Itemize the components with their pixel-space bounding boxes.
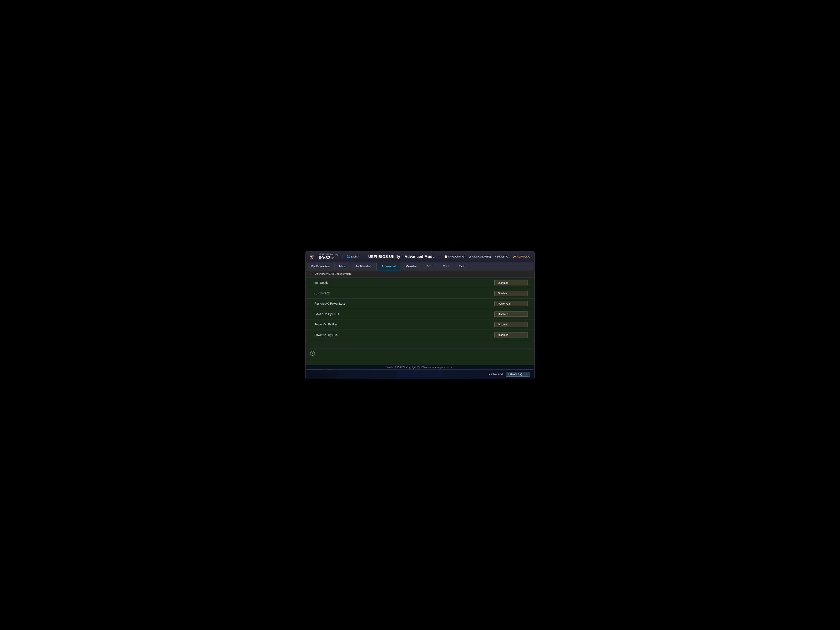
tab-my-favorites[interactable]: My Favorites	[306, 262, 335, 270]
qfan-button[interactable]: ♻ Qfan Control(F6)	[469, 255, 491, 258]
setting-row-restore-ac[interactable]: Restore AC Power Loss Power Off	[306, 298, 534, 309]
restore-ac-label: Restore AC Power Loss	[314, 302, 346, 305]
setting-row-erp-ready[interactable]: ErP Ready Disabled	[306, 278, 534, 288]
info-icon: i	[310, 351, 315, 355]
setting-row-power-rtc[interactable]: Power On By RTC Disabled	[306, 330, 534, 340]
power-ring-label: Power On By Ring	[314, 323, 338, 326]
tab-tool[interactable]: Tool	[438, 262, 454, 270]
aura-icon: ✨	[513, 255, 516, 258]
time-display: 09:33 ⚙	[319, 256, 334, 260]
breadcrumb-path: Advanced\APM Configuration	[315, 272, 351, 275]
bios-title: UEFI BIOS Utility – Advanced Mode	[363, 254, 440, 259]
breadcrumb: ← Advanced\APM Configuration	[306, 270, 534, 278]
settings-table: ErP Ready Disabled CEC Ready Disabled Re…	[306, 278, 534, 340]
bottom-right-area: Last Modified EzMode(F7) ⊣→	[488, 372, 530, 377]
setting-row-power-pcie[interactable]: Power On By PCI-E Disabled	[306, 309, 534, 319]
aura-button[interactable]: ✨ AURA ON/C	[513, 255, 531, 258]
cec-ready-label: CEC Ready	[314, 292, 330, 295]
back-button[interactable]: ←	[310, 272, 314, 276]
ez-mode-icon: ⊣→	[523, 373, 527, 376]
erp-ready-label: ErP Ready	[314, 281, 328, 284]
bios-screen: 🦅 12/31/2022 Saturday 09:33 ⚙ | 🌐 Englis…	[306, 251, 534, 379]
myfavorite-button[interactable]: 📋 MyFavorite(F3)	[444, 255, 465, 258]
aura-label: AURA ON/C	[517, 255, 531, 258]
search-icon: ?	[494, 255, 496, 258]
content-area: ErP Ready Disabled CEC Ready Disabled Re…	[306, 278, 534, 365]
version-text: Version 2.20.1271. Copyright (C) 2020 Am…	[306, 365, 534, 369]
language-button[interactable]: 🌐 English	[346, 255, 359, 258]
setting-row-cec-ready[interactable]: CEC Ready Disabled	[306, 288, 534, 298]
separator-1: |	[342, 255, 343, 259]
globe-icon: 🌐	[346, 255, 350, 258]
top-buttons-area: 📋 MyFavorite(F3) ♻ Qfan Control(F6) ? Se…	[444, 255, 531, 258]
power-rtc-label: Power On By RTC	[314, 333, 338, 336]
tab-exit[interactable]: Exit	[454, 262, 469, 270]
myfav-icon: 📋	[444, 255, 447, 258]
qfan-label: Qfan Control(F6)	[472, 255, 491, 258]
tab-main[interactable]: Main	[335, 262, 351, 270]
search-label: Search(F9)	[497, 255, 509, 258]
qfan-icon: ♻	[469, 255, 471, 258]
asus-logo-icon: 🦅	[309, 254, 315, 259]
power-rtc-value[interactable]: Disabled	[494, 332, 528, 338]
bottom-bar: Last Modified EzMode(F7) ⊣→	[306, 369, 534, 379]
cec-ready-value[interactable]: Disabled	[494, 291, 528, 296]
tab-boot[interactable]: Boot	[422, 262, 438, 270]
tab-advanced[interactable]: Advanced	[377, 262, 401, 270]
power-pcie-label: Power On By PCI-E	[314, 312, 340, 316]
ez-mode-label: EzMode(F7)	[508, 373, 522, 376]
tab-monitor[interactable]: Monitor	[401, 262, 422, 270]
power-ring-value[interactable]: Disabled	[494, 322, 528, 327]
last-modified-label: Last Modified	[488, 373, 503, 376]
power-pcie-value[interactable]: Disabled	[494, 311, 528, 317]
setting-row-power-ring[interactable]: Power On By Ring Disabled	[306, 319, 534, 330]
datetime-area: 12/31/2022 Saturday 09:33 ⚙	[319, 253, 338, 260]
erp-ready-value[interactable]: Disabled	[494, 280, 528, 286]
settings-gear-icon[interactable]: ⚙	[331, 256, 334, 259]
top-bar: 🦅 12/31/2022 Saturday 09:33 ⚙ | 🌐 Englis…	[306, 251, 534, 262]
language-label: English	[351, 255, 359, 258]
tab-ai-tweaker[interactable]: Ai Tweaker	[351, 262, 377, 270]
search-button[interactable]: ? Search(F9)	[494, 255, 509, 258]
myfav-label: MyFavorite(F3)	[448, 255, 465, 258]
monitor-frame: 🦅 12/31/2022 Saturday 09:33 ⚙ | 🌐 Englis…	[305, 251, 535, 379]
nav-bar: My Favorites Main Ai Tweaker Advanced Mo…	[306, 262, 534, 270]
ez-mode-button[interactable]: EzMode(F7) ⊣→	[506, 372, 530, 377]
info-bar: i	[306, 349, 534, 358]
logo-area: 🦅	[309, 254, 315, 259]
restore-ac-value[interactable]: Power Off	[494, 301, 528, 306]
